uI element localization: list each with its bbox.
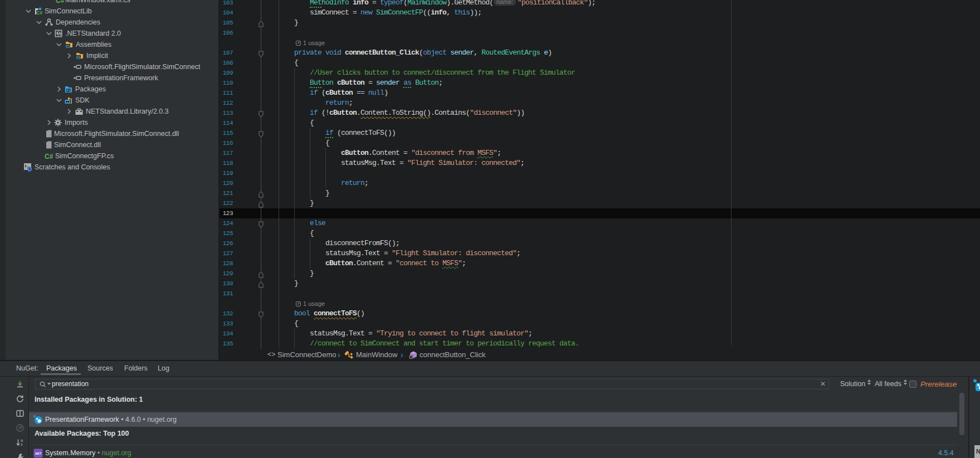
svg-text:C#: C# <box>56 0 64 4</box>
svg-text:z: z <box>21 442 23 447</box>
svg-text:.NET: .NET <box>35 452 42 455</box>
svg-text:C#: C# <box>36 10 42 16</box>
svg-text:C#: C# <box>45 153 53 160</box>
